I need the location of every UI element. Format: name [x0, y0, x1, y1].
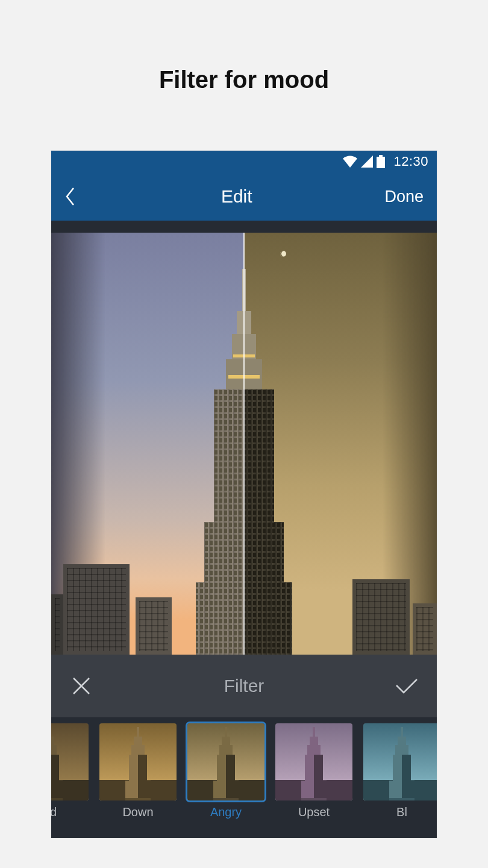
svg-rect-53 [389, 781, 393, 798]
svg-rect-26 [59, 781, 63, 798]
filter-thumb-image [275, 723, 352, 800]
filter-thumb-image [99, 723, 177, 800]
svg-rect-46 [301, 781, 305, 798]
status-bar: 12:30 [51, 151, 437, 172]
phone-frame: 12:30 Edit Done [51, 151, 437, 838]
svg-rect-27 [137, 727, 139, 737]
svg-rect-40 [235, 781, 239, 798]
filter-thumb-image [187, 723, 264, 800]
svg-rect-32 [125, 781, 129, 798]
svg-rect-31 [138, 755, 147, 798]
check-icon [395, 677, 419, 695]
nav-bar: Edit Done [51, 172, 437, 221]
filter-thumb[interactable]: Upset [275, 723, 352, 819]
svg-rect-48 [401, 727, 403, 737]
svg-rect-11 [244, 389, 274, 655]
svg-rect-47 [323, 781, 327, 798]
svg-rect-45 [314, 755, 323, 798]
apply-filter-button[interactable] [395, 677, 419, 695]
svg-rect-15 [284, 582, 292, 655]
svg-rect-34 [225, 727, 227, 737]
page-title: Filter for mood [0, 0, 488, 93]
svg-rect-49 [398, 737, 406, 745]
svg-rect-38 [226, 755, 235, 798]
svg-rect-10 [214, 389, 244, 655]
svg-rect-50 [395, 745, 408, 755]
filter-thumb[interactable]: ad [51, 723, 89, 819]
svg-rect-33 [147, 781, 151, 798]
filter-thumb-label: Angry [210, 805, 242, 819]
cancel-filter-button[interactable] [69, 676, 93, 696]
svg-rect-14 [196, 582, 204, 655]
svg-rect-13 [274, 522, 284, 655]
battery-icon [377, 155, 385, 168]
svg-rect-35 [222, 737, 230, 745]
svg-rect-42 [310, 737, 318, 745]
chevron-left-icon [64, 186, 75, 207]
back-button[interactable] [64, 186, 89, 207]
svg-rect-39 [213, 781, 217, 798]
filter-thumb[interactable]: Angry [187, 723, 264, 819]
svg-rect-1 [377, 157, 385, 168]
svg-rect-29 [131, 745, 145, 755]
filter-thumb-label: ad [51, 805, 57, 819]
status-time: 12:30 [393, 154, 428, 169]
svg-rect-22 [51, 745, 57, 755]
filter-thumb-image [51, 723, 89, 800]
done-button[interactable]: Done [384, 187, 424, 206]
filter-thumb[interactable]: Bl [363, 723, 437, 819]
svg-rect-28 [134, 737, 142, 745]
svg-rect-36 [219, 745, 233, 755]
svg-rect-41 [313, 727, 315, 737]
svg-rect-43 [307, 745, 321, 755]
filter-toolbar: Filter [51, 655, 437, 717]
filter-toolbar-label: Filter [224, 676, 264, 696]
filter-thumb-image [363, 723, 437, 800]
filter-thumb-label: Upset [298, 805, 330, 819]
close-icon [71, 676, 92, 696]
svg-rect-54 [411, 781, 414, 798]
svg-rect-52 [402, 755, 411, 798]
moon-icon [280, 251, 286, 257]
svg-rect-0 [379, 155, 383, 157]
wifi-icon [343, 156, 357, 168]
svg-rect-24 [51, 755, 59, 798]
filter-thumb-label: Bl [396, 805, 407, 819]
cell-signal-icon [361, 156, 373, 168]
nav-title: Edit [89, 186, 384, 207]
comparison-divider[interactable] [243, 233, 245, 655]
svg-rect-21 [51, 737, 54, 745]
filter-thumb[interactable]: Down [99, 723, 177, 819]
filter-thumb-label: Down [122, 805, 153, 819]
svg-rect-12 [204, 522, 214, 655]
photo-preview[interactable] [51, 233, 437, 655]
filter-thumbnails[interactable]: ad Down [51, 717, 437, 838]
